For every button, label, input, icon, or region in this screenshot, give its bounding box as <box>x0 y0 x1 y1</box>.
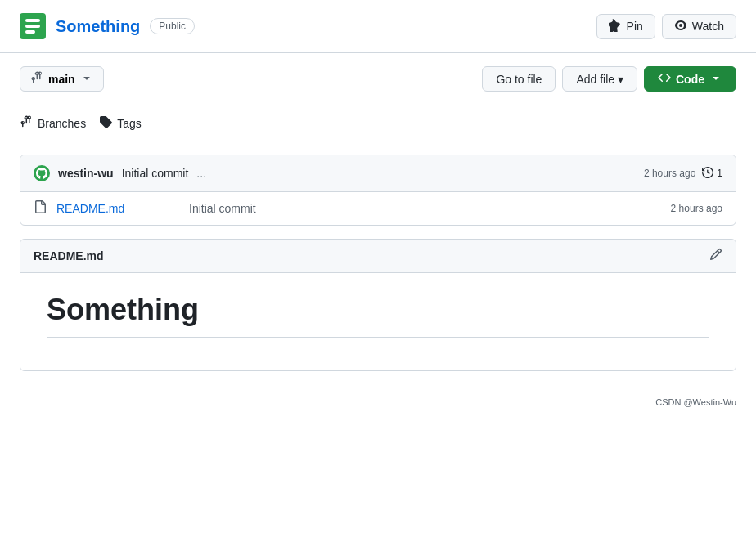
branch-nav: Branches Tags <box>0 105 756 141</box>
repo-title[interactable]: Something <box>56 17 140 36</box>
watermark-text: CSDN @Westin-Wu <box>655 397 736 407</box>
watch-button[interactable]: Watch <box>662 14 736 39</box>
table-row: README.md Initial commit 2 hours ago <box>20 192 736 225</box>
readme-heading: Something <box>47 293 709 338</box>
commit-info-row: westin-wu Initial commit ... 2 hours ago… <box>20 155 736 192</box>
chevron-down-icon <box>80 71 93 87</box>
code-button[interactable]: Code <box>644 66 736 92</box>
go-to-file-button[interactable]: Go to file <box>482 66 556 92</box>
file-time: 2 hours ago <box>671 203 722 214</box>
branches-icon <box>20 115 33 131</box>
file-name[interactable]: README.md <box>56 202 179 215</box>
history-icon <box>702 167 713 181</box>
branches-label: Branches <box>38 117 86 130</box>
svg-rect-2 <box>25 25 40 28</box>
add-file-label: Add file <box>576 73 614 86</box>
repo-header: Something Public Pin Watch <box>0 0 756 53</box>
add-file-chevron-icon: ▾ <box>618 73 623 86</box>
edit-icon[interactable] <box>709 248 722 264</box>
branches-nav-item[interactable]: Branches <box>20 115 86 131</box>
commit-message: Initial commit <box>122 167 189 180</box>
branch-name: main <box>48 73 75 86</box>
file-list-container: westin-wu Initial commit ... 2 hours ago… <box>20 155 736 226</box>
add-file-button[interactable]: Add file ▾ <box>562 66 637 92</box>
pin-button[interactable]: Pin <box>596 14 655 39</box>
file-icon <box>34 200 47 217</box>
readme-container: README.md Something <box>20 239 736 371</box>
visibility-badge: Public <box>150 18 195 34</box>
commit-time: 2 hours ago <box>644 168 695 179</box>
readme-content: Something <box>20 273 736 370</box>
commit-avatar <box>34 165 50 181</box>
code-icon <box>658 71 671 87</box>
repo-toolbar: main Go to file Add file ▾ Code <box>0 53 756 105</box>
code-label: Code <box>676 73 704 86</box>
tags-nav-item[interactable]: Tags <box>99 115 142 131</box>
branch-selector[interactable]: main <box>20 66 104 92</box>
commit-dots[interactable]: ... <box>196 167 206 180</box>
commit-author[interactable]: westin-wu <box>58 167 114 180</box>
watch-label: Watch <box>692 20 724 33</box>
eye-icon <box>674 19 687 34</box>
tags-label: Tags <box>117 117 142 130</box>
commit-right: 2 hours ago 1 <box>644 167 722 181</box>
readme-title: README.md <box>34 249 104 262</box>
pin-icon <box>609 19 622 34</box>
svg-rect-1 <box>25 19 40 22</box>
tags-icon <box>99 115 112 131</box>
svg-rect-3 <box>25 30 35 34</box>
branch-icon <box>30 71 43 87</box>
readme-header: README.md <box>20 240 736 273</box>
code-chevron-icon <box>709 71 722 87</box>
file-commit-message: Initial commit <box>189 202 661 215</box>
header-actions: Pin Watch <box>596 14 736 39</box>
pin-label: Pin <box>627 20 643 33</box>
toolbar-right: Go to file Add file ▾ Code <box>482 66 736 92</box>
history-count: 1 <box>717 168 722 179</box>
commit-history[interactable]: 1 <box>702 167 722 181</box>
footer-watermark: CSDN @Westin-Wu <box>0 391 756 414</box>
repo-logo-icon <box>20 13 46 39</box>
